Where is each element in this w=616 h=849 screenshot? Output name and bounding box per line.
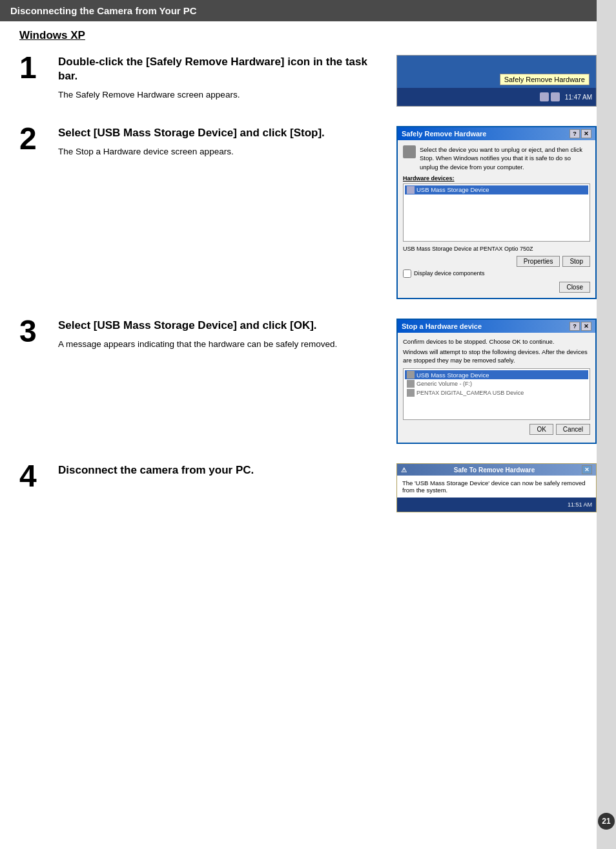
stop-item-2-label: Generic Volume - (F:) bbox=[416, 381, 472, 387]
stop-item-3-icon bbox=[407, 389, 415, 397]
step-1-content: Double-click the [Safely Remove Hardware… bbox=[58, 55, 396, 101]
srh-action-buttons: Properties Stop bbox=[403, 256, 590, 267]
safe-title-bar: ⚠ Safe To Remove Hardware ✕ bbox=[397, 464, 596, 476]
stop-close-button[interactable]: ✕ bbox=[581, 322, 591, 331]
taskbar-icons bbox=[540, 92, 560, 101]
srh-checkbox-label: Display device components bbox=[414, 270, 485, 277]
srh-title-text: Safely Remove Hardware bbox=[402, 130, 486, 138]
step-3: 3 Select [USB Mass Storage Device] and c… bbox=[19, 319, 597, 445]
stop-desc1: Confirm devices to be stopped. Choose OK… bbox=[403, 338, 590, 345]
stop-device-list[interactable]: USB Mass Storage Device Generic Volume -… bbox=[403, 368, 590, 420]
taskbar-screenshot: Safely Remove Hardware 11:47 AM bbox=[396, 55, 597, 107]
safe-message-text: The 'USB Mass Storage Device' device can… bbox=[402, 479, 585, 494]
srh-device-list[interactable]: USB Mass Storage Device bbox=[403, 183, 590, 242]
taskbar-icon-2 bbox=[551, 92, 560, 101]
stop-title-buttons: ? ✕ bbox=[570, 322, 591, 331]
safe-notification-icon: ⚠ bbox=[401, 466, 407, 474]
safe-notification: ⚠ Safe To Remove Hardware ✕ The 'USB Mas… bbox=[396, 463, 597, 512]
srh-close-row: Close bbox=[403, 282, 590, 293]
stop-item-3-label: PENTAX DIGITAL_CAMERA USB Device bbox=[416, 390, 524, 396]
srh-desc-text: Select the device you want to unplug or … bbox=[420, 145, 590, 171]
stop-ok-button[interactable]: OK bbox=[529, 424, 553, 435]
srh-list-item-label: USB Mass Storage Device bbox=[416, 186, 489, 193]
safe-time: 11:51 AM bbox=[568, 501, 592, 508]
stop-dialog: Stop a Hardware device ? ✕ Confirm devic… bbox=[396, 319, 597, 445]
srh-properties-button[interactable]: Properties bbox=[517, 256, 560, 267]
step-4-number: 4 bbox=[19, 461, 58, 492]
stop-title-text: Stop a Hardware device bbox=[402, 322, 482, 330]
taskbar-tooltip: Safely Remove Hardware bbox=[500, 74, 590, 85]
stop-cancel-button[interactable]: Cancel bbox=[556, 424, 590, 435]
safe-notification-body: The 'USB Mass Storage Device' device can… bbox=[397, 476, 596, 498]
step-1: 1 Double-click the [Safely Remove Hardwa… bbox=[19, 55, 597, 107]
stop-desc2: Windows will attempt to stop the followi… bbox=[403, 348, 590, 365]
srh-section-label: Hardware devices: bbox=[403, 175, 590, 182]
srh-dialog: Safely Remove Hardware ? ✕ Select the de… bbox=[396, 126, 597, 299]
srh-close-button[interactable]: ✕ bbox=[581, 129, 591, 138]
stop-list-item-3[interactable]: PENTAX DIGITAL_CAMERA USB Device bbox=[405, 388, 588, 397]
srh-usb-icon bbox=[403, 145, 416, 158]
step-2-image: Safely Remove Hardware ? ✕ Select the de… bbox=[396, 126, 597, 299]
srh-stop-button[interactable]: Stop bbox=[562, 256, 590, 267]
step-4-title: Disconnect the camera from your PC. bbox=[58, 463, 384, 477]
srh-desc-area: Select the device you want to unplug or … bbox=[403, 145, 590, 171]
taskbar-icon-1 bbox=[540, 92, 549, 101]
step-2: 2 Select [USB Mass Storage Device] and c… bbox=[19, 126, 597, 299]
stop-dialog-body: Confirm devices to be stopped. Choose OK… bbox=[398, 333, 595, 443]
stop-help-button[interactable]: ? bbox=[570, 322, 580, 331]
safe-title-text: Safe To Remove Hardware bbox=[454, 466, 535, 474]
os-label: Windows XP bbox=[19, 29, 597, 42]
srh-dialog-body: Select the device you want to unplug or … bbox=[398, 140, 595, 298]
page-number: 21 bbox=[598, 813, 615, 830]
srh-title-bar: Safely Remove Hardware ? ✕ bbox=[398, 127, 595, 140]
step-4-content: Disconnect the camera from your PC. bbox=[58, 463, 396, 483]
step-4-image: ⚠ Safe To Remove Hardware ✕ The 'USB Mas… bbox=[396, 463, 597, 512]
step-1-title: Double-click the [Safely Remove Hardware… bbox=[58, 55, 384, 83]
section-header-title: Disconnecting the Camera from Your PC bbox=[10, 5, 197, 16]
step-3-title: Select [USB Mass Storage Device] and cli… bbox=[58, 319, 384, 333]
step-2-number: 2 bbox=[19, 123, 58, 154]
stop-list-item-1[interactable]: USB Mass Storage Device bbox=[405, 370, 588, 379]
srh-help-button[interactable]: ? bbox=[570, 129, 580, 138]
step-2-title: Select [USB Mass Storage Device] and cli… bbox=[58, 126, 384, 140]
step-2-desc: The Stop a Hardware device screen appear… bbox=[58, 145, 384, 158]
stop-item-1-label: USB Mass Storage Device bbox=[416, 372, 489, 379]
step-3-image: Stop a Hardware device ? ✕ Confirm devic… bbox=[396, 319, 597, 445]
srh-checkbox-row: Display device components bbox=[403, 269, 590, 278]
srh-list-item-icon bbox=[407, 186, 415, 194]
srh-close-dialog-button[interactable]: Close bbox=[559, 282, 590, 293]
right-sidebar: 21 bbox=[597, 0, 616, 849]
srh-device-label: USB Mass Storage Device at PENTAX Optio … bbox=[403, 246, 590, 252]
safe-close-button[interactable]: ✕ bbox=[582, 465, 592, 474]
srh-list-item-usb[interactable]: USB Mass Storage Device bbox=[405, 185, 588, 194]
stop-list-item-2[interactable]: Generic Volume - (F:) bbox=[405, 379, 588, 388]
srh-title-buttons: ? ✕ bbox=[570, 129, 591, 138]
step-3-desc: A message appears indicating that the ha… bbox=[58, 338, 384, 351]
safe-taskbar-bottom: 11:51 AM bbox=[397, 498, 596, 512]
section-header: Disconnecting the Camera from Your PC bbox=[0, 0, 616, 21]
stop-item-2-icon bbox=[407, 380, 415, 388]
step-2-content: Select [USB Mass Storage Device] and cli… bbox=[58, 126, 396, 158]
stop-item-1-icon bbox=[407, 371, 415, 379]
step-1-image: Safely Remove Hardware 11:47 AM bbox=[396, 55, 597, 107]
step-1-number: 1 bbox=[19, 52, 58, 83]
main-content: Windows XP 1 Double-click the [Safely Re… bbox=[0, 29, 616, 551]
stop-title-bar: Stop a Hardware device ? ✕ bbox=[398, 320, 595, 333]
stop-action-buttons: OK Cancel bbox=[403, 424, 590, 435]
taskbar-time: 11:47 AM bbox=[565, 94, 592, 101]
taskbar-bottom: 11:47 AM bbox=[397, 88, 596, 106]
step-3-content: Select [USB Mass Storage Device] and cli… bbox=[58, 319, 396, 351]
srh-checkbox[interactable] bbox=[403, 269, 411, 278]
step-4: 4 Disconnect the camera from your PC. ⚠ … bbox=[19, 463, 597, 512]
step-1-desc: The Safely Remove Hardware screen appear… bbox=[58, 89, 384, 101]
step-3-number: 3 bbox=[19, 316, 58, 347]
